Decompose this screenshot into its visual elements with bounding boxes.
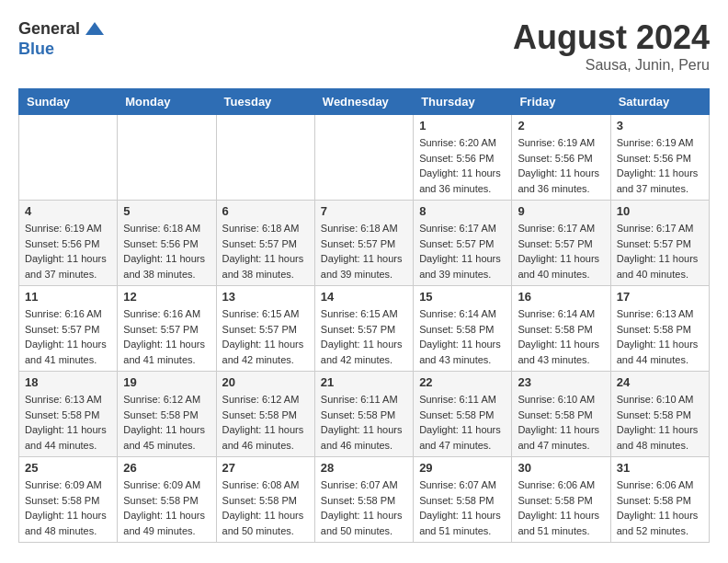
calendar-cell <box>216 115 314 201</box>
calendar-cell <box>19 115 118 201</box>
day-info: and 50 minutes. <box>321 523 407 539</box>
day-info: and 39 minutes. <box>321 267 407 282</box>
day-info: Sunset: 5:58 PM <box>617 493 703 509</box>
calendar-cell <box>314 115 413 201</box>
col-saturday: Saturday <box>610 89 709 115</box>
calendar-cell: 13Sunrise: 6:15 AMSunset: 5:57 PMDayligh… <box>216 286 314 372</box>
day-number: 24 <box>617 375 703 389</box>
day-info: Sunrise: 6:10 AM <box>518 392 604 408</box>
calendar-cell: 20Sunrise: 6:12 AMSunset: 5:58 PMDayligh… <box>216 372 314 457</box>
page-header: General Blue August 2024 Sausa, Junin, P… <box>18 18 710 74</box>
day-info: Daylight: 11 hours <box>419 166 506 181</box>
day-number: 4 <box>25 204 111 218</box>
logo: General Blue <box>18 18 106 59</box>
day-info: Sunset: 5:56 PM <box>617 151 703 167</box>
day-info: Sunrise: 6:16 AM <box>123 306 210 322</box>
col-monday: Monday <box>118 89 216 115</box>
day-info: and 37 minutes. <box>617 181 703 197</box>
day-info: Sunrise: 6:19 AM <box>617 135 703 151</box>
calendar-cell: 27Sunrise: 6:08 AMSunset: 5:58 PMDayligh… <box>216 457 314 543</box>
calendar-table: Sunday Monday Tuesday Wednesday Thursday… <box>18 88 710 543</box>
day-info: Sunset: 5:58 PM <box>419 408 506 423</box>
day-info: Daylight: 11 hours <box>617 166 703 181</box>
day-number: 31 <box>617 461 703 475</box>
day-info: Sunset: 5:58 PM <box>123 408 210 423</box>
location-title: Sausa, Junin, Peru <box>513 57 710 74</box>
day-info: and 50 minutes. <box>222 523 309 539</box>
logo-text: General Blue <box>18 18 106 59</box>
day-number: 18 <box>25 375 111 389</box>
day-number: 23 <box>518 375 604 389</box>
day-info: and 42 minutes. <box>321 352 407 368</box>
day-info: Sunset: 5:58 PM <box>617 322 703 338</box>
day-info: Sunrise: 6:07 AM <box>321 477 407 493</box>
day-info: Sunrise: 6:20 AM <box>419 135 506 151</box>
day-info: Sunset: 5:58 PM <box>617 408 703 423</box>
day-number: 25 <box>25 461 111 475</box>
logo-general: General <box>18 20 80 39</box>
day-info: Sunset: 5:58 PM <box>518 408 604 423</box>
day-number: 17 <box>617 290 703 304</box>
day-info: Daylight: 11 hours <box>518 422 604 438</box>
calendar-cell: 8Sunrise: 6:17 AMSunset: 5:57 PMDaylight… <box>414 201 512 286</box>
calendar-week-3: 11Sunrise: 6:16 AMSunset: 5:57 PMDayligh… <box>19 286 710 372</box>
day-info: Daylight: 11 hours <box>321 337 407 352</box>
day-info: Sunrise: 6:11 AM <box>419 392 506 408</box>
calendar-week-5: 25Sunrise: 6:09 AMSunset: 5:58 PMDayligh… <box>19 457 710 543</box>
day-info: Sunset: 5:58 PM <box>518 322 604 338</box>
calendar-cell: 14Sunrise: 6:15 AMSunset: 5:57 PMDayligh… <box>314 286 413 372</box>
day-number: 2 <box>518 119 604 132</box>
col-wednesday: Wednesday <box>314 89 413 115</box>
day-number: 9 <box>518 204 604 218</box>
day-info: and 39 minutes. <box>419 267 506 282</box>
day-info: Sunrise: 6:19 AM <box>25 221 111 236</box>
day-info: Daylight: 11 hours <box>123 337 210 352</box>
day-info: Daylight: 11 hours <box>518 508 604 523</box>
header-row: Sunday Monday Tuesday Wednesday Thursday… <box>19 89 710 115</box>
day-info: Daylight: 11 hours <box>617 422 703 438</box>
day-info: Daylight: 11 hours <box>123 422 210 438</box>
day-info: Daylight: 11 hours <box>25 508 111 523</box>
calendar-cell: 12Sunrise: 6:16 AMSunset: 5:57 PMDayligh… <box>118 286 216 372</box>
day-number: 21 <box>321 375 407 389</box>
day-info: Sunrise: 6:19 AM <box>518 135 604 151</box>
calendar-cell: 21Sunrise: 6:11 AMSunset: 5:58 PMDayligh… <box>314 372 413 457</box>
calendar-cell: 23Sunrise: 6:10 AMSunset: 5:58 PMDayligh… <box>512 372 610 457</box>
day-info: Sunset: 5:57 PM <box>222 236 309 252</box>
day-info: Sunset: 5:56 PM <box>518 151 604 167</box>
day-number: 7 <box>321 204 407 218</box>
day-info: and 37 minutes. <box>25 267 111 282</box>
calendar-cell: 24Sunrise: 6:10 AMSunset: 5:58 PMDayligh… <box>610 372 709 457</box>
day-number: 11 <box>25 290 111 304</box>
calendar-cell: 10Sunrise: 6:17 AMSunset: 5:57 PMDayligh… <box>610 201 709 286</box>
day-info: Daylight: 11 hours <box>321 508 407 523</box>
day-info: Daylight: 11 hours <box>222 422 309 438</box>
calendar-cell: 6Sunrise: 6:18 AMSunset: 5:57 PMDaylight… <box>216 201 314 286</box>
calendar-cell: 9Sunrise: 6:17 AMSunset: 5:57 PMDaylight… <box>512 201 610 286</box>
day-number: 15 <box>419 290 506 304</box>
day-info: Daylight: 11 hours <box>123 251 210 267</box>
day-info: Sunset: 5:57 PM <box>617 236 703 252</box>
day-info: and 52 minutes. <box>617 523 703 539</box>
day-info: Sunrise: 6:17 AM <box>419 221 506 236</box>
day-info: Sunrise: 6:13 AM <box>25 392 111 408</box>
day-info: Sunrise: 6:07 AM <box>419 477 506 493</box>
day-info: Sunset: 5:58 PM <box>25 493 111 509</box>
day-info: Sunset: 5:57 PM <box>123 322 210 338</box>
day-info: and 48 minutes. <box>617 438 703 454</box>
day-number: 28 <box>321 461 407 475</box>
day-info: Sunset: 5:57 PM <box>518 236 604 252</box>
day-info: Sunset: 5:58 PM <box>419 322 506 338</box>
day-number: 20 <box>222 375 309 389</box>
day-info: Sunrise: 6:14 AM <box>419 306 506 322</box>
calendar-cell: 30Sunrise: 6:06 AMSunset: 5:58 PMDayligh… <box>512 457 610 543</box>
day-info: Daylight: 11 hours <box>222 508 309 523</box>
month-title: August 2024 <box>513 18 710 57</box>
logo-blue: Blue <box>18 40 106 59</box>
calendar-cell: 11Sunrise: 6:16 AMSunset: 5:57 PMDayligh… <box>19 286 118 372</box>
day-info: Daylight: 11 hours <box>419 508 506 523</box>
col-thursday: Thursday <box>414 89 512 115</box>
day-info: and 41 minutes. <box>123 352 210 368</box>
day-number: 14 <box>321 290 407 304</box>
day-info: and 45 minutes. <box>123 438 210 454</box>
